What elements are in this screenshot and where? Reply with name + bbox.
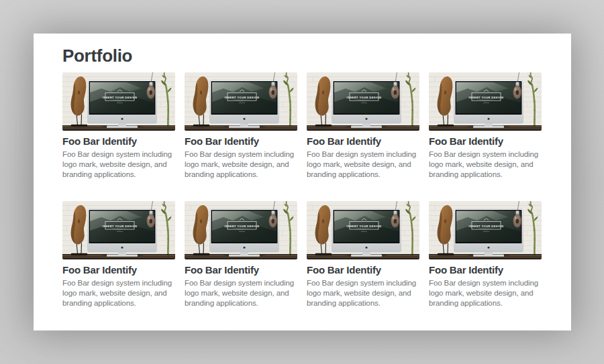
portfolio-item: Foo Bar Identify Foo Bar design system i… <box>185 72 297 180</box>
portfolio-item-description: Foo Bar design system including logo mar… <box>307 278 419 308</box>
imac-mockup-image <box>62 72 175 131</box>
portfolio-item-description: Foo Bar design system including logo mar… <box>185 278 297 308</box>
portfolio-thumbnail[interactable] <box>62 201 175 259</box>
portfolio-item-title: Foo Bar Identify <box>307 264 419 276</box>
imac-mockup-image <box>185 201 297 259</box>
portfolio-item-description: Foo Bar design system including logo mar… <box>62 149 175 180</box>
portfolio-item-description: Foo Bar design system including logo mar… <box>185 149 297 180</box>
portfolio-item: Foo Bar Identify Foo Bar design system i… <box>429 201 542 308</box>
portfolio-item-title: Foo Bar Identify <box>307 135 419 147</box>
portfolio-thumbnail[interactable] <box>185 201 297 259</box>
imac-mockup-image <box>429 201 542 259</box>
portfolio-grid: Foo Bar Identify Foo Bar design system i… <box>62 72 542 308</box>
portfolio-item-title: Foo Bar Identify <box>62 135 175 147</box>
portfolio-item: Foo Bar Identify Foo Bar design system i… <box>307 201 419 308</box>
portfolio-thumbnail[interactable] <box>62 72 175 131</box>
portfolio-item: Foo Bar Identify Foo Bar design system i… <box>307 72 419 180</box>
portfolio-item: Foo Bar Identify Foo Bar design system i… <box>62 201 175 308</box>
portfolio-item: Foo Bar Identify Foo Bar design system i… <box>429 72 542 180</box>
portfolio-item-description: Foo Bar design system including logo mar… <box>62 278 175 308</box>
imac-mockup-image <box>185 72 297 131</box>
portfolio-thumbnail[interactable] <box>307 72 419 131</box>
imac-mockup-image <box>62 201 175 259</box>
portfolio-item-description: Foo Bar design system including logo mar… <box>429 149 542 180</box>
imac-mockup-image <box>307 72 419 131</box>
portfolio-item: Foo Bar Identify Foo Bar design system i… <box>62 72 175 180</box>
portfolio-thumbnail[interactable] <box>429 201 542 259</box>
page-background: Portfolio Foo Bar Identify Foo Bar desig… <box>0 0 604 364</box>
portfolio-item-title: Foo Bar Identify <box>429 264 542 276</box>
imac-mockup-image <box>429 72 542 131</box>
portfolio-item-title: Foo Bar Identify <box>429 135 542 147</box>
portfolio-thumbnail[interactable] <box>429 72 542 131</box>
portfolio-thumbnail[interactable] <box>307 201 419 259</box>
portfolio-thumbnail[interactable] <box>185 72 297 131</box>
portfolio-card: Portfolio Foo Bar Identify Foo Bar desig… <box>34 34 571 330</box>
portfolio-item-description: Foo Bar design system including logo mar… <box>307 149 419 180</box>
imac-mockup-image <box>307 201 419 259</box>
portfolio-item-title: Foo Bar Identify <box>185 264 297 276</box>
portfolio-item-title: Foo Bar Identify <box>185 135 297 147</box>
portfolio-item-description: Foo Bar design system including logo mar… <box>429 278 542 308</box>
portfolio-item: Foo Bar Identify Foo Bar design system i… <box>185 201 297 308</box>
portfolio-item-title: Foo Bar Identify <box>62 264 175 276</box>
page-title: Portfolio <box>62 46 542 66</box>
